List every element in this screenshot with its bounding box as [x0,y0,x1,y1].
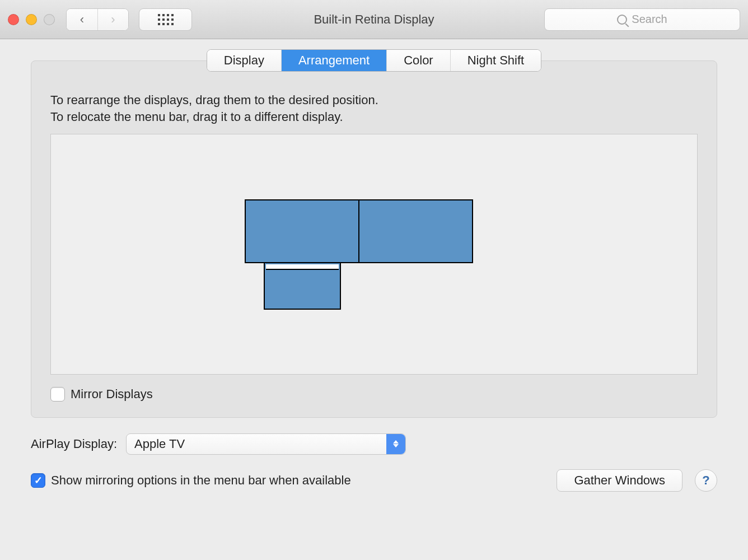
back-button[interactable]: ‹ [67,9,97,30]
search-icon [617,15,627,25]
tab-bar: Display Arrangement Color Night Shift [207,49,541,72]
instructions: To rearrange the displays, drag them to … [50,92,698,126]
zoom-window-button [44,14,55,25]
window-title: Built-in Retina Display [314,12,434,27]
airplay-row: AirPlay Display: Apple TV [31,433,717,455]
titlebar: ‹ › Built-in Retina Display Search [0,0,748,39]
mirror-displays-row: Mirror Displays [50,387,698,402]
instructions-line-2: To relocate the menu bar, drag it to a d… [50,109,698,125]
builtin-display[interactable] [264,262,341,310]
mirror-displays-label: Mirror Displays [71,387,153,402]
close-window-button[interactable] [8,14,19,25]
airplay-value: Apple TV [134,437,185,451]
menu-bar-strip[interactable] [266,264,339,270]
grid-icon [158,14,174,25]
forward-button: › [97,9,128,30]
window-controls [8,14,55,25]
show-all-prefs-button[interactable] [139,8,192,31]
airplay-label: AirPlay Display: [31,437,117,451]
search-placeholder: Search [632,13,667,26]
window-body: Display Arrangement Color Night Shift To… [0,39,748,492]
help-icon: ? [702,473,709,488]
nav-back-forward: ‹ › [66,8,129,31]
arrangement-panel: To rearrange the displays, drag them to … [31,60,717,418]
tab-color[interactable]: Color [386,50,450,71]
chevron-right-icon: › [111,12,115,27]
external-display-1[interactable] [245,199,359,263]
tab-arrangement[interactable]: Arrangement [281,50,386,71]
gather-windows-label: Gather Windows [574,473,665,488]
chevron-left-icon: ‹ [80,12,84,27]
display-arrangement-area[interactable] [50,134,698,375]
show-mirroring-label: Show mirroring options in the menu bar w… [51,473,351,488]
bottom-row: ✓ Show mirroring options in the menu bar… [31,469,717,492]
gather-windows-button[interactable]: Gather Windows [557,469,682,492]
show-mirroring-checkbox[interactable]: ✓ [31,473,45,488]
minimize-window-button[interactable] [26,14,37,25]
external-display-2[interactable] [358,199,473,263]
help-button[interactable]: ? [695,469,717,492]
tab-display[interactable]: Display [207,50,281,71]
instructions-line-1: To rearrange the displays, drag them to … [50,92,698,109]
tab-night-shift[interactable]: Night Shift [450,50,541,71]
search-input[interactable]: Search [544,8,740,31]
mirror-displays-checkbox[interactable] [50,387,65,402]
airplay-select[interactable]: Apple TV [126,433,406,455]
select-arrows-icon [386,434,405,454]
